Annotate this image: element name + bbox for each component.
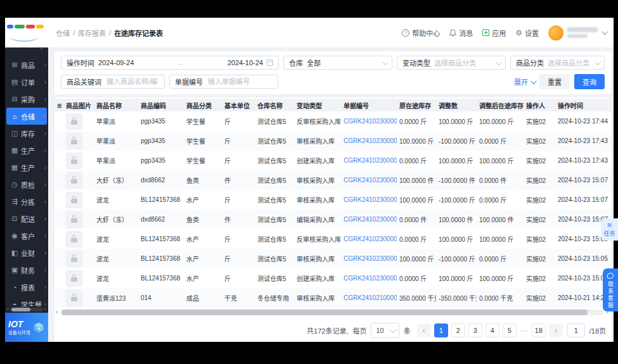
page-button-3[interactable]: 3: [468, 323, 482, 337]
doc-number-link[interactable]: CGRK24102300001: [344, 216, 397, 223]
topbar: 仓储/库存报表/在途库存记录表 ? 帮助中心 消息 + 应用: [48, 18, 614, 48]
doc-number-link[interactable]: CGRK24102300002: [344, 118, 397, 125]
doc-number-link[interactable]: CGRK24102300002: [344, 137, 397, 144]
menu-scroll-up-icon[interactable]: ⌃: [5, 47, 48, 54]
doc-number-link[interactable]: CGRK24102300002: [344, 157, 397, 164]
per-page-select[interactable]: 10: [371, 323, 399, 338]
product-image-placeholder: [66, 172, 82, 189]
scroll-left-icon[interactable]: ‹: [55, 309, 60, 315]
change-type-placeholder: 选择商品分类: [434, 58, 492, 68]
sidebar-item-quality[interactable]: ◷质检›: [5, 176, 48, 193]
scroll-left-icon[interactable]: ‹: [7, 307, 9, 312]
next-page-button[interactable]: ›: [549, 323, 563, 337]
logo-bar: [7, 25, 13, 28]
docno-field[interactable]: 单据编号: [169, 75, 278, 89]
doc-number-link[interactable]: CGRK24102300001: [344, 255, 397, 262]
sidebar-item-production-1[interactable]: ▦生产›: [5, 142, 48, 159]
doc-number-link[interactable]: CGRK24102100002: [344, 294, 397, 301]
keyword-field[interactable]: 商品关键词: [61, 75, 165, 89]
breadcrumb-item[interactable]: 仓储: [56, 28, 70, 38]
sidebar-item-reports[interactable]: ◔报表›: [5, 279, 48, 296]
scrollbar-track[interactable]: [61, 310, 603, 315]
sidebar-item-sorting[interactable]: ⇶分拣›: [5, 193, 48, 210]
sidebar-item-goods[interactable]: ⊞商品›: [5, 56, 48, 73]
search-button[interactable]: 查询: [574, 74, 605, 89]
breadcrumb-item[interactable]: 库存报表: [78, 28, 106, 38]
category-placeholder: 选择商品分类: [548, 58, 591, 68]
page-button-2[interactable]: 2: [451, 323, 465, 337]
cell-before: 100.0000 斤: [397, 190, 436, 210]
change-type-select[interactable]: 变动类型 选择商品分类: [397, 56, 506, 70]
docno-input[interactable]: [207, 77, 273, 86]
sidebar-item-inventory[interactable]: ◫库存›: [5, 125, 48, 142]
table-row: 波龙BL124157368水产斤测试仓库5审核采购入库CGRK241023000…: [55, 249, 611, 268]
category-select[interactable]: 商品分类 选择商品分类: [510, 56, 605, 70]
page-button-1[interactable]: 1: [434, 323, 448, 337]
doc-number-link[interactable]: CGRK24102300001: [344, 196, 397, 203]
sidebar-item-delivery[interactable]: ⊡配送›: [5, 210, 48, 227]
lock-icon: [71, 218, 77, 223]
date-from[interactable]: 2024-09-24: [98, 59, 134, 66]
doc-number-link[interactable]: CGRK24102300001: [344, 177, 397, 184]
doc-number-link[interactable]: CGRK24102300001: [344, 275, 397, 282]
page-button-18[interactable]: 18: [532, 323, 546, 337]
page-button-5[interactable]: 5: [503, 323, 517, 337]
cell-category: 学生餐: [184, 111, 222, 131]
cell-warehouse: 测试仓库5: [255, 170, 294, 190]
records-table: ≣商品图片商品名称商品编码商品分类基本单位仓库名称变动类型单据编号原在途库存调整…: [55, 99, 611, 308]
chevron-right-icon: ›: [44, 215, 46, 222]
date-range-picker[interactable]: 操作时间 2024-09-24 → 2024-10-24: [61, 56, 279, 70]
sidebar-item-label: 业财: [21, 248, 42, 258]
scroll-right-icon[interactable]: ›: [44, 307, 46, 312]
tasks-float-button[interactable]: ≋ 任务: [601, 218, 618, 241]
sidebar-scrollbar[interactable]: ‹ ›: [5, 306, 48, 313]
sidebar-item-production-2[interactable]: ▦生产›: [5, 159, 48, 176]
page-jump-input[interactable]: [567, 323, 585, 337]
messages-button[interactable]: 消息: [449, 28, 473, 38]
scrollbar-track[interactable]: [10, 308, 44, 311]
help-center-button[interactable]: ? 帮助中心: [402, 28, 440, 38]
cell-change-type: 创建采购入库: [294, 151, 341, 170]
sidebar-item-procurement[interactable]: ⊟采购›: [5, 91, 48, 108]
scrollbar-thumb[interactable]: [61, 310, 588, 315]
scrollbar-thumb[interactable]: [11, 308, 31, 311]
chevron-right-icon: ›: [44, 181, 46, 188]
apps-button[interactable]: + 应用: [482, 28, 506, 38]
warehouse-select[interactable]: 仓库 全部: [283, 56, 392, 70]
keyword-input[interactable]: [105, 77, 159, 86]
grid-icon: ⊞: [11, 61, 18, 69]
sidebar-item-warehouse[interactable]: ⌂仓储›: [6, 108, 47, 125]
app-logo: [5, 18, 48, 47]
sidebar-item-student-meal[interactable]: ◓学生餐›: [5, 296, 48, 306]
user-menu[interactable]: [548, 25, 606, 41]
sidebar-item-label: 仓储: [21, 111, 41, 122]
reset-button[interactable]: 重置: [539, 74, 570, 89]
sidebar-item-customers[interactable]: ◉客户›: [5, 227, 48, 244]
date-to[interactable]: 2024-10-24: [228, 59, 263, 66]
settings-button[interactable]: ⚙ 设置: [515, 28, 539, 38]
doc-number-link[interactable]: CGRK24102300001: [344, 235, 397, 242]
sidebar-item-orders[interactable]: ▤订单›: [5, 73, 48, 91]
iot-cube-icon: [32, 320, 45, 335]
per-page-label: 每页: [352, 325, 366, 336]
row-expander-cell: [55, 111, 63, 131]
date-arrow: →: [138, 59, 223, 66]
chevron-right-icon: ›: [44, 164, 46, 171]
expand-filters-link[interactable]: 展开: [514, 77, 535, 87]
sidebar: ⌃ ⊞商品›▤订单›⊟采购›⌂仓储›◫库存›▦生产›▦生产›◷质检›⇶分拣›⊡配…: [5, 18, 48, 342]
cell-unit: 斤: [222, 151, 255, 170]
column-settings-icon[interactable]: ≣: [57, 103, 61, 109]
cell-after: 100.0000 斤: [477, 229, 524, 249]
product-image-placeholder: [66, 113, 82, 130]
column-settings-header[interactable]: ≣: [55, 99, 63, 111]
iot-module[interactable]: IOT 设备与环境: [5, 313, 48, 342]
support-float-button[interactable]: 联系客服: [603, 268, 618, 311]
lock-icon: [71, 160, 77, 164]
sidebar-item-finance[interactable]: ▣财务›: [5, 261, 48, 279]
cell-time: 2024-10-23 17:44: [555, 111, 611, 131]
prev-page-button[interactable]: ‹: [417, 323, 431, 337]
horizontal-scrollbar[interactable]: ‹ ›: [55, 308, 611, 315]
sidebar-item-biz-finance[interactable]: ◧业财›: [5, 244, 48, 261]
page-button-4[interactable]: 4: [486, 323, 499, 337]
cell-after: 100.0000 件: [477, 210, 524, 229]
